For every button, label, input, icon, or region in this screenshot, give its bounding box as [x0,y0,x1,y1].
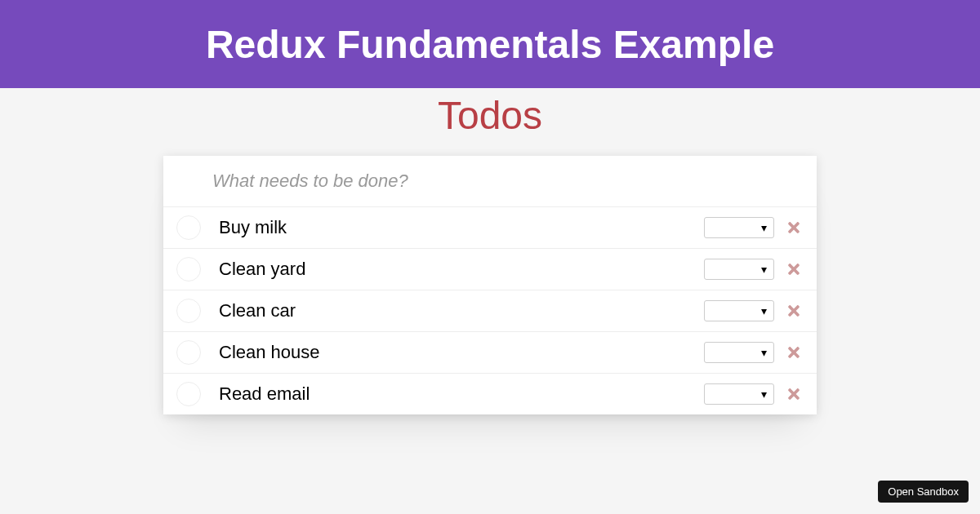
todo-text: Clean yard [219,259,704,280]
todo-item: Read email [163,374,817,414]
close-icon [786,303,802,319]
close-icon [786,219,802,236]
color-select[interactable] [704,383,774,405]
delete-button[interactable] [784,301,804,321]
delete-button[interactable] [784,343,804,362]
close-icon [786,261,802,277]
open-sandbox-button[interactable]: Open Sandbox [878,481,969,503]
todo-text: Clean house [219,342,704,363]
delete-button[interactable] [784,259,804,279]
color-select[interactable] [704,300,774,321]
app-title: Redux Fundamentals Example [206,22,774,67]
close-icon [786,386,802,402]
toggle-checkbox[interactable] [176,299,201,323]
todo-list: Buy milkClean yardClean carClean houseRe… [163,207,817,414]
app-header: Redux Fundamentals Example [0,0,980,88]
todo-item: Buy milk [163,207,817,249]
toggle-checkbox[interactable] [176,382,201,406]
toggle-checkbox[interactable] [176,340,201,365]
color-select[interactable] [704,342,774,363]
section-title: Todos [0,93,980,138]
color-select[interactable] [704,259,774,280]
close-icon [786,344,802,361]
toggle-checkbox[interactable] [176,215,201,240]
todo-item: Clean house [163,332,817,374]
delete-button[interactable] [784,218,804,237]
toggle-checkbox[interactable] [176,257,201,281]
todo-text: Clean car [219,300,704,321]
todo-text: Read email [219,383,704,405]
todo-item: Clean car [163,290,817,332]
todo-text: Buy milk [219,217,704,238]
delete-button[interactable] [784,384,804,404]
todo-card: Buy milkClean yardClean carClean houseRe… [163,156,817,414]
color-select[interactable] [704,217,774,238]
todo-item: Clean yard [163,249,817,290]
new-todo-input[interactable] [163,156,817,207]
